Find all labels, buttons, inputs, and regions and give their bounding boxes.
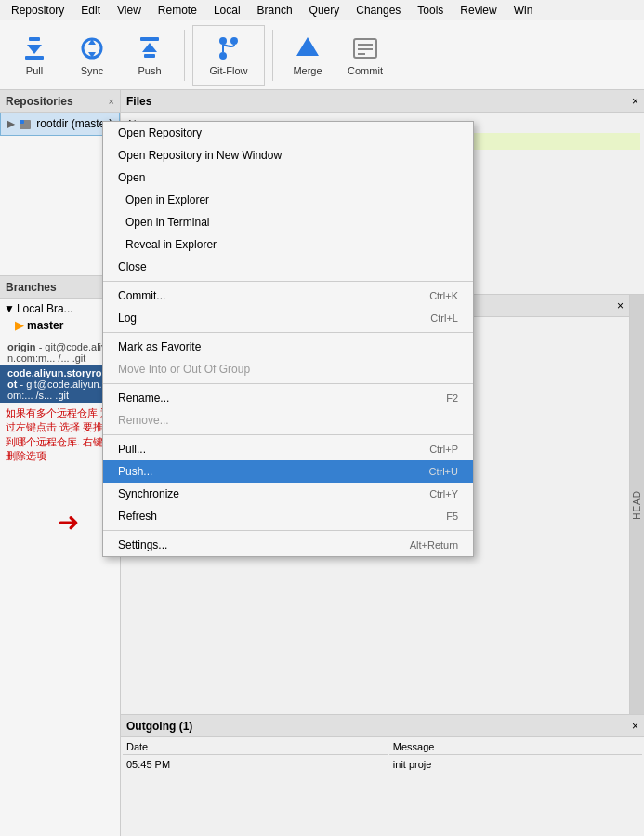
svg-point-11 — [219, 52, 227, 60]
gitflow-button[interactable]: Git-Flow — [192, 25, 265, 86]
ctx-close-label: Close — [118, 260, 147, 273]
ctx-pull-label: Pull... — [118, 443, 146, 456]
ctx-reveal-explorer[interactable]: Reveal in Explorer — [103, 233, 473, 256]
ctx-settings[interactable]: Settings... Alt+Return — [103, 534, 473, 556]
menu-local[interactable]: Local — [206, 2, 248, 19]
svg-rect-8 — [140, 37, 159, 41]
svg-marker-1 — [27, 45, 42, 54]
ctx-commit[interactable]: Commit... Ctrl+K — [103, 285, 473, 307]
local-branches-label: Local Bra... — [17, 302, 73, 315]
ctx-reveal-explorer-label: Reveal in Explorer — [125, 238, 217, 251]
ctx-commit-shortcut: Ctrl+K — [429, 290, 458, 301]
ctx-log[interactable]: Log Ctrl+L — [103, 307, 473, 329]
ctx-sep-1 — [103, 281, 473, 282]
ctx-commit-label: Commit... — [118, 289, 165, 302]
ctx-open-repository-new-window[interactable]: Open Repository in New Window — [103, 144, 473, 166]
repo-arrow-icon: ▶ — [7, 117, 15, 130]
outgoing-area: Outgoing (1) × Date Message 05:45 PM ini… — [121, 715, 644, 836]
files-close[interactable]: × — [632, 95, 638, 108]
toolbar: Pull Sync Push — [0, 20, 644, 90]
menu-review[interactable]: Review — [453, 2, 504, 19]
outgoing-close[interactable]: × — [632, 720, 638, 733]
ctx-sep-2 — [103, 332, 473, 333]
ctx-open-terminal-label: Open in Terminal — [125, 216, 210, 229]
push-button[interactable]: Push — [123, 25, 177, 86]
merge-button[interactable]: Merge — [281, 25, 335, 86]
menu-view[interactable]: View — [110, 2, 149, 19]
push-icon — [135, 33, 164, 63]
sync-icon — [77, 33, 107, 63]
ctx-synchronize[interactable]: Synchronize Ctrl+Y — [103, 483, 473, 505]
commit-button[interactable]: Commit — [338, 25, 392, 86]
arrow-indicator: ➜ — [58, 507, 79, 537]
ctx-rename-label: Rename... — [118, 391, 169, 405]
merge-icon — [293, 33, 322, 63]
ctx-settings-label: Settings... — [118, 538, 167, 551]
outgoing-message: init proje — [389, 757, 642, 772]
changes-close[interactable]: × — [617, 299, 624, 312]
ctx-push-shortcut: Ctrl+U — [429, 466, 458, 477]
ctx-open-repository-label: Open Repository — [118, 126, 202, 139]
head-bar: HEAD — [629, 295, 644, 714]
ctx-open-explorer-label: Open in Explorer — [125, 193, 209, 206]
aliyun-url: - git@code.aliyun.com:... /s... .git — [7, 378, 107, 401]
ctx-refresh[interactable]: Refresh F5 — [103, 505, 473, 527]
ctx-remove-label: Remove... — [118, 414, 169, 427]
date-col-header: Date — [123, 739, 388, 755]
ctx-sep-4 — [103, 434, 473, 435]
svg-marker-7 — [142, 43, 157, 52]
message-col-header: Message — [389, 739, 642, 755]
outgoing-title: Outgoing (1) — [126, 720, 192, 733]
menu-remote[interactable]: Remote — [151, 2, 204, 19]
ctx-synchronize-shortcut: Ctrl+Y — [429, 488, 458, 499]
ctx-sep-3 — [103, 383, 473, 384]
menu-repository[interactable]: Repository — [4, 2, 72, 19]
ctx-push[interactable]: Push... Ctrl+U — [103, 460, 473, 483]
menu-changes[interactable]: Changes — [348, 2, 408, 19]
ctx-push-label: Push... — [118, 465, 152, 478]
master-branch-icon: ▶ — [15, 319, 23, 332]
menu-branch[interactable]: Branch — [250, 2, 300, 19]
ctx-open-label: Open — [118, 171, 145, 184]
ctx-move-group-label: Move Into or Out Of Group — [118, 363, 250, 376]
ctx-open-repository[interactable]: Open Repository — [103, 122, 473, 144]
origin-label: origin — [7, 341, 36, 352]
commit-icon — [350, 33, 380, 63]
ctx-mark-favorite-label: Mark as Favorite — [118, 340, 201, 353]
head-label: HEAD — [632, 490, 642, 520]
ctx-open-terminal[interactable]: Open in Terminal — [103, 211, 473, 233]
outgoing-row[interactable]: 05:45 PM init proje — [123, 757, 642, 772]
svg-rect-2 — [25, 56, 44, 60]
ctx-log-shortcut: Ctrl+L — [430, 312, 458, 324]
repositories-header: Repositories × — [0, 90, 120, 113]
ctx-pull[interactable]: Pull... Ctrl+P — [103, 438, 473, 460]
menu-tools[interactable]: Tools — [410, 2, 451, 19]
menu-query[interactable]: Query — [302, 2, 348, 19]
outgoing-table: Date Message 05:45 PM init proje — [121, 737, 644, 774]
sync-button[interactable]: Sync — [65, 25, 119, 86]
ctx-mark-favorite[interactable]: Mark as Favorite — [103, 336, 473, 358]
outgoing-header: Outgoing (1) × — [121, 715, 644, 737]
ctx-rename[interactable]: Rename... F2 — [103, 387, 473, 409]
svg-point-9 — [219, 37, 227, 45]
repositories-title: Repositories — [6, 95, 73, 108]
branches-title: Branches — [6, 281, 57, 294]
ctx-open-explorer[interactable]: Open in Explorer — [103, 189, 473, 211]
pull-button[interactable]: Pull — [7, 25, 61, 86]
files-header: Files × — [121, 90, 644, 113]
svg-rect-19 — [20, 120, 24, 124]
pull-icon — [20, 33, 49, 63]
svg-rect-0 — [29, 37, 40, 41]
menu-win[interactable]: Win — [506, 2, 541, 19]
ctx-open[interactable]: Open — [103, 166, 473, 189]
ctx-synchronize-label: Synchronize — [118, 487, 179, 500]
files-title: Files — [126, 95, 151, 108]
toolbar-sep-2 — [272, 30, 273, 81]
ctx-refresh-shortcut: F5 — [446, 511, 458, 522]
ctx-close[interactable]: Close — [103, 256, 473, 278]
menu-edit[interactable]: Edit — [73, 2, 108, 19]
repositories-close[interactable]: × — [109, 96, 114, 107]
ctx-pull-shortcut: Ctrl+P — [429, 444, 458, 455]
ctx-log-label: Log — [118, 312, 137, 325]
master-branch-label: master — [27, 319, 63, 332]
